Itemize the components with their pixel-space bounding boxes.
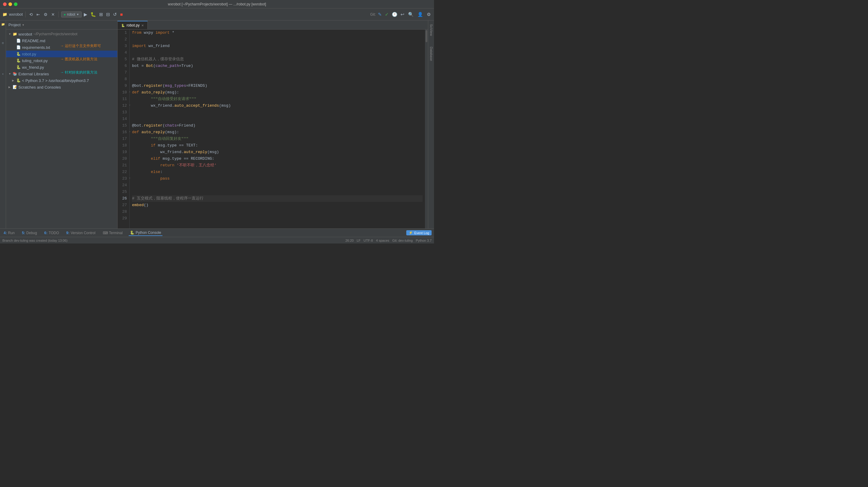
structure-icon[interactable]: ⊞	[0, 40, 6, 46]
line-num-17: 17	[118, 135, 127, 142]
run-tab[interactable]: 4: Run	[2, 230, 16, 236]
database-tab[interactable]: Database	[429, 44, 434, 63]
version-control-tab[interactable]: 9: Version Control	[65, 230, 97, 236]
sync-button[interactable]: ⟲	[28, 11, 34, 18]
code-content[interactable]: from wxpy import * import wx_friend # 微信…	[130, 30, 425, 229]
tree-robot-py[interactable]: 🐍 robot.py	[6, 51, 117, 57]
minimize-button[interactable]	[8, 2, 12, 6]
run-button[interactable]: ▶	[83, 11, 88, 18]
code-line-23: ▼ pass	[132, 175, 423, 182]
code-line-15: @bot.register(chats=Friend)	[132, 122, 423, 129]
editor-scrollbar[interactable]	[425, 30, 428, 229]
indent[interactable]: 4 spaces	[376, 239, 390, 242]
cursor-position[interactable]: 26:20	[345, 239, 354, 242]
line-num-19: 19	[118, 149, 127, 155]
python-version[interactable]: Python 3.7	[415, 239, 432, 242]
todo-tab[interactable]: 6: TODO	[43, 230, 60, 236]
line-num-10: 10	[118, 89, 127, 96]
code-line-7	[132, 69, 423, 76]
search-button[interactable]: 🔍	[407, 11, 415, 18]
code-line-12: ▼ wx_friend.auto_accept_friends(msg)	[132, 102, 423, 109]
code-line-18: if msg.type == TEXT:	[132, 142, 423, 149]
settings2-button[interactable]: ⚙	[426, 11, 432, 18]
project-label[interactable]: 📁 wxrobot	[2, 12, 23, 17]
maximize-button[interactable]	[14, 2, 18, 6]
main-layout: 📁 ⊞ ★ Project ▼ ▼ 📁 wxrobot ~/PycharmPro…	[0, 21, 434, 229]
code-line-5: # 微信机器人，缓存登录信息	[132, 56, 423, 63]
code-line-28	[132, 209, 423, 215]
annotation-run: → 运行这个主文件夹即可	[60, 43, 101, 49]
code-line-24	[132, 182, 423, 189]
annotation-friend: → 针对好友的封装方法	[60, 70, 97, 75]
project-header-label: Project	[8, 23, 21, 27]
debug-tab[interactable]: 5: Debug	[21, 230, 38, 236]
tab-robot-py[interactable]: 🐍 robot.py ✕	[118, 21, 148, 29]
user-button[interactable]: 👤	[416, 11, 424, 18]
line-num-23: 23	[118, 175, 127, 182]
line-num-25: 25	[118, 189, 127, 195]
profile-button[interactable]: ⊟	[105, 11, 111, 18]
hide-button[interactable]: ✕	[50, 11, 56, 18]
code-line-26: # 互交模式，阻塞线程，使程序一直运行	[132, 195, 423, 202]
line-endings[interactable]: LF	[356, 239, 361, 242]
stop-button[interactable]: ■	[119, 11, 124, 18]
line-num-28: 28	[118, 209, 127, 215]
line-num-18: 18	[118, 142, 127, 149]
coverage-button[interactable]: ⊞	[98, 11, 104, 18]
tree-wxfriend[interactable]: 🐍 wx_friend.py	[6, 64, 117, 70]
collapse-button[interactable]: ⇤	[35, 11, 41, 18]
git-undo-button[interactable]: ↩	[400, 11, 405, 18]
tree-requirements[interactable]: 📄 requirements.txt → 运行这个主文件夹即可	[6, 44, 117, 51]
git-check-button[interactable]: ✓	[384, 11, 390, 18]
tree-tuling[interactable]: 🐍 tuling_robot.py → 图灵机器人封装方法	[6, 57, 117, 64]
line-num-3: 3	[118, 43, 127, 50]
git-toolbar: Git: ✎ ✓ 🕐 ↩	[370, 11, 405, 18]
line-num-12: 12	[118, 102, 127, 109]
vcs-branch[interactable]: Git: dev-tuling	[393, 239, 413, 242]
annotation-tuling: → 图灵机器人封装方法	[60, 57, 97, 62]
file-tree: ▼ 📁 wxrobot ~/PycharmProjects/wxrobot 📄 …	[6, 30, 117, 229]
code-line-11: """自动接受好友请求"""	[132, 96, 423, 102]
editor-area: 🐍 robot.py ✕ 1 2 3 4 5 6 7 8 9 10 11 12 …	[118, 21, 428, 229]
tree-robot-label: robot.py	[22, 52, 36, 56]
line-num-27: 27	[118, 202, 127, 209]
line-num-5: 5	[118, 56, 127, 63]
toolbar-separator	[25, 11, 26, 18]
tree-scratches[interactable]: ▶ 📝 Scratches and Consoles	[6, 84, 117, 90]
code-line-22: else:	[132, 169, 423, 175]
tab-close-icon[interactable]: ✕	[141, 24, 144, 27]
line-num-20: 20	[118, 155, 127, 162]
line-num-13: 13	[118, 109, 127, 116]
code-line-25	[132, 189, 423, 195]
toolbar: 📁 wxrobot ⟲ ⇤ ⚙ ✕ ● robot ▼ ▶ 🐛 ⊞ ⊟ ↺ ■ …	[0, 8, 434, 21]
code-line-13	[132, 109, 423, 116]
sci-view-tab[interactable]: SciView	[429, 22, 434, 38]
favorites-icon[interactable]: ★	[0, 71, 6, 77]
line-num-22: 22	[118, 169, 127, 175]
charset[interactable]: UTF-8	[364, 239, 373, 242]
git-edit-button[interactable]: ✎	[377, 11, 383, 18]
code-container: 1 2 3 4 5 6 7 8 9 10 11 12 13 14 15 16 1…	[118, 30, 428, 229]
line-num-9: 9	[118, 83, 127, 89]
debug-button[interactable]: 🐛	[90, 11, 97, 18]
code-line-17: """自动回复好友"""	[132, 135, 423, 142]
tree-python37[interactable]: ▶ 🐍 < Python 3.7 > /usr/local/bin/python…	[6, 77, 117, 84]
project-icon[interactable]: 📁	[0, 22, 6, 27]
terminal-tab[interactable]: ⌨ Terminal	[101, 230, 124, 236]
settings-button[interactable]: ⚙	[42, 11, 49, 18]
status-right: 26:20 LF UTF-8 4 spaces Git: dev-tuling …	[345, 239, 432, 242]
run-config-dropdown[interactable]: ● robot ▼	[61, 11, 82, 18]
tree-ext-libs[interactable]: ▼ 📚 External Libraries → 针对好友的封装方法	[6, 70, 117, 77]
tree-readme[interactable]: 📄 README.md	[6, 37, 117, 44]
close-button[interactable]	[3, 2, 7, 6]
code-line-19: wx_friend.auto_reply(msg)	[132, 149, 423, 155]
git-clock-button[interactable]: 🕐	[391, 11, 398, 18]
line-num-16: 16	[118, 129, 127, 135]
line-num-6: 6	[118, 63, 127, 69]
restart-button[interactable]: ↺	[112, 11, 118, 18]
python-console-tab[interactable]: 🐍 Python Console	[129, 230, 162, 236]
tree-root-label: wxrobot	[19, 32, 32, 36]
tree-root[interactable]: ▼ 📁 wxrobot ~/PycharmProjects/wxrobot	[6, 31, 117, 37]
event-log-button[interactable]: ⚡ Event Log	[406, 230, 432, 235]
line-num-21: 21	[118, 162, 127, 169]
